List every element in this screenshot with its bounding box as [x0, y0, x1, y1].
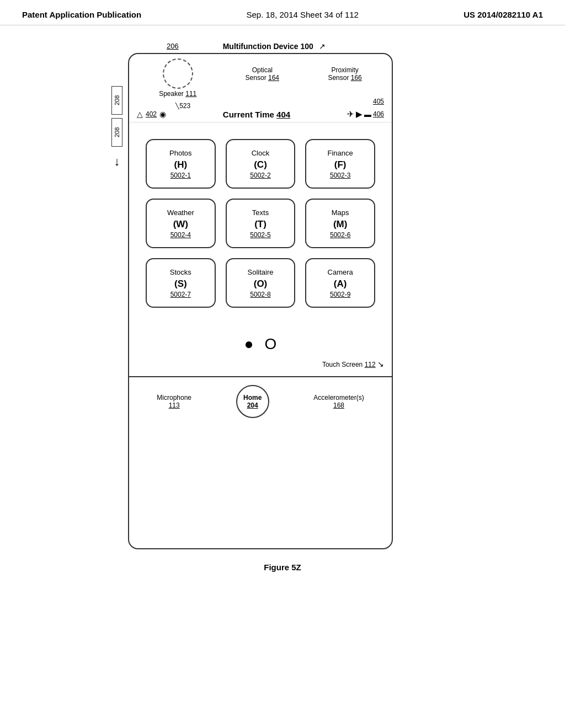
microphone-label: Microphone 113 [157, 394, 191, 409]
ref-406: 406 [373, 110, 384, 118]
header-right: US 2014/0282110 A1 [463, 10, 543, 19]
app-maps[interactable]: Maps (M) 5002-6 [305, 199, 375, 248]
app-grid: Photos (H) 5002-1 Clock (C) 5002-2 Finan… [129, 122, 392, 324]
app-weather[interactable]: Weather (W) 5002-4 [146, 199, 216, 248]
battery-icon: ▬ [364, 110, 371, 119]
app-stocks[interactable]: Stocks (S) 5002-7 [146, 258, 216, 308]
speaker-label: Speaker 111 [159, 90, 196, 98]
status-right-icons: ✈ ▶ ▬ 406 [347, 109, 384, 119]
app-camera[interactable]: Camera (A) 5002-9 [305, 258, 375, 308]
page-header: Patent Application Publication Sep. 18, … [0, 0, 565, 25]
proximity-sensor: Proximity Sensor 166 [328, 66, 361, 98]
app-texts[interactable]: Texts (T) 5002-5 [226, 199, 296, 248]
side-label-208-bottom: 208 [111, 118, 122, 147]
diagram-area: 206 Multifunction Device 100 ↗ 208 208 ↓ [89, 42, 476, 572]
ref-405: 405 [373, 98, 384, 105]
bluetooth-icon: ✈ [347, 109, 354, 119]
dock-filled-circle: ● [244, 335, 254, 353]
header-left: Patent Application Publication [22, 10, 141, 19]
app-photos[interactable]: Photos (H) 5002-1 [146, 139, 216, 189]
ref-206: 206 [167, 42, 179, 50]
status-bar: △ 402 ◉ Current Time 404 ✈ ▶ ▬ 406 [129, 106, 392, 122]
app-clock[interactable]: Clock (C) 5002-2 [226, 139, 296, 189]
current-time: Current Time 404 [166, 110, 347, 119]
phone-outline: Speaker 111 ╲523 Optical Sensor 164 [128, 53, 393, 549]
app-solitaire[interactable]: Solitaire (O) 5002-8 [226, 258, 296, 308]
device-title-arrow: ↗ [319, 42, 326, 51]
status-left-icons: △ 402 ◉ [137, 110, 166, 119]
scroll-arrow: ↓ [111, 154, 122, 169]
home-button[interactable]: Home 204 [236, 385, 269, 418]
play-icon: ▶ [356, 109, 363, 119]
figure-caption: Figure 5Z [89, 563, 476, 572]
phone-bottom: Microphone 113 Home 204 Accelerometer(s)… [129, 376, 392, 426]
speaker-col: Speaker 111 ╲523 [159, 58, 196, 98]
header-center: Sep. 18, 2014 Sheet 34 of 112 [246, 10, 359, 19]
accelerometer-label: Accelerometer(s) 168 [313, 394, 364, 409]
ref-402: 402 [146, 110, 157, 118]
wifi-icon: ◉ [159, 110, 166, 119]
side-label-208-top: 208 [111, 86, 122, 115]
speaker-icon [163, 58, 193, 89]
volume-icon: △ [137, 110, 143, 119]
dock-empty-circle: O [265, 335, 277, 353]
optical-sensor: Optical Sensor 164 [246, 66, 279, 98]
main-content: 206 Multifunction Device 100 ↗ 208 208 ↓ [0, 25, 565, 583]
app-finance[interactable]: Finance (F) 5002-3 [305, 139, 375, 189]
touch-screen-label: Touch Screen 112 ↘ [322, 360, 384, 368]
sensor-row: Speaker 111 ╲523 Optical Sensor 164 [129, 54, 392, 98]
phone-dock: ● O [129, 324, 392, 360]
device-title: Multifunction Device 100 [223, 42, 313, 51]
